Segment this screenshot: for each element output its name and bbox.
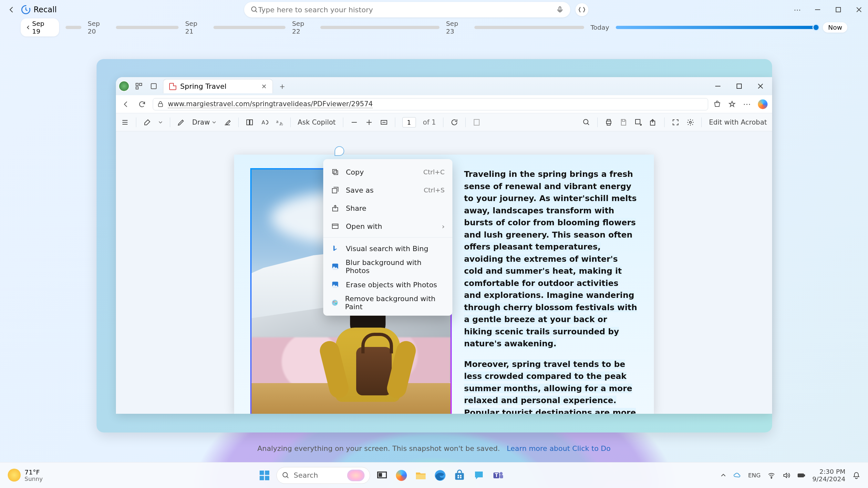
browser-minimize-icon[interactable] [714,82,722,90]
svg-text:a: a [276,120,278,124]
timeline-date-pill[interactable]: Sep 19 [21,19,59,36]
onedrive-icon[interactable] [733,471,741,479]
timeline-today-label: Today [591,24,609,31]
zoom-out-icon[interactable] [350,119,358,126]
notifications-icon[interactable] [852,471,860,479]
copilot-icon[interactable] [758,99,768,109]
address-bar[interactable]: www.margiestravel.com/springtravelideas/… [153,98,708,110]
shopping-icon[interactable] [713,100,721,108]
minimize-icon[interactable] [814,6,822,13]
store-icon[interactable] [452,468,467,483]
search-icon [251,6,258,13]
tab-actions-icon[interactable] [148,81,159,92]
start-button[interactable] [257,468,272,483]
svg-rect-20 [607,124,610,125]
history-search[interactable] [244,2,570,18]
explorer-icon[interactable] [413,468,428,483]
weather-widget[interactable]: 71°F Sunny [0,469,42,482]
clock[interactable]: 2:30 PM 9/24/2024 [812,468,845,483]
chevron-down-icon[interactable] [158,120,163,125]
browser-maximize-icon[interactable] [735,82,743,90]
menu-open-with[interactable]: Open with › [323,217,453,235]
fit-width-icon[interactable] [380,119,388,126]
copy-icon [331,168,339,176]
page-number-input[interactable] [402,117,416,128]
add-text-icon[interactable] [634,119,642,126]
share-pdf-icon[interactable] [649,119,657,126]
menu-visual-search-bing[interactable]: Visual search with Bing [323,239,453,258]
timeline-bar[interactable] [116,26,179,29]
learn-more-link[interactable]: Learn more about Click to Do [507,445,611,453]
draw-button[interactable]: Draw [192,119,216,126]
translate-icon[interactable]: aあ [275,119,283,126]
pdf-toolbar: Draw A aあ Ask Copilot of 1 Edit with Acr… [116,113,772,131]
menu-save-as[interactable]: Save as Ctrl+S [323,181,453,199]
pen-icon[interactable] [177,119,185,126]
browser-close-icon[interactable] [756,82,764,90]
two-page-icon[interactable] [246,119,253,126]
page-total: of 1 [423,119,436,126]
timeline-now-pill[interactable]: Now [823,22,847,33]
browser-tab[interactable]: Spring Travel ✕ [163,79,273,93]
back-button[interactable] [5,3,18,16]
mic-icon[interactable] [556,6,564,13]
tray-chevron-icon[interactable] [720,473,726,478]
read-aloud-icon[interactable]: A [260,119,268,126]
timeline-bar[interactable] [213,26,285,29]
timeline-toggle[interactable] [576,3,588,16]
teams-icon[interactable]: T [491,468,506,483]
search-highlight-icon [347,469,365,481]
nav-refresh-icon[interactable] [136,99,148,110]
highlight-icon[interactable] [144,119,151,126]
taskbar-search[interactable]: Search [276,467,370,484]
menu-blur-background[interactable]: Blur background with Photos [323,258,453,275]
new-tab-button[interactable]: ＋ [277,81,288,92]
ask-copilot-button[interactable]: Ask Copilot [298,119,336,126]
browser-more-icon[interactable]: ⋯ [743,100,751,109]
wifi-icon[interactable] [768,471,775,479]
edge-icon[interactable] [433,468,447,483]
favorite-icon[interactable] [728,100,736,108]
edit-with-acrobat[interactable]: Edit with Acrobat [709,119,767,126]
nav-back-icon[interactable] [120,99,131,110]
save-icon[interactable] [620,119,627,126]
history-search-input[interactable] [258,6,556,14]
more-icon[interactable]: ⋯ [794,6,801,14]
menu-erase-objects[interactable]: Erase objects with Photos [323,275,453,294]
settings-icon[interactable] [686,119,694,126]
save-as-icon [331,186,339,194]
timeline-bar[interactable] [474,26,584,29]
close-icon[interactable] [855,6,863,13]
timeline[interactable]: Sep 19 Sep 20 Sep 21 Sep 22 Sep 23 Today… [0,20,868,35]
timeline-today-bar[interactable] [616,26,817,29]
svg-text:T: T [495,472,499,478]
workspaces-icon[interactable] [133,81,144,92]
tab-close-icon[interactable]: ✕ [261,83,267,90]
timeline-bar[interactable] [66,26,82,29]
zoom-in-icon[interactable] [365,119,373,126]
volume-icon[interactable] [782,471,790,479]
copilot-app-icon[interactable] [394,468,409,483]
battery-icon[interactable] [797,471,805,479]
svg-rect-22 [636,120,640,124]
profile-avatar[interactable] [119,81,129,92]
timeline-playhead[interactable] [812,24,819,31]
svg-rect-3 [836,7,841,12]
copilot-chat-icon[interactable] [471,468,486,483]
timeline-bar[interactable] [320,26,439,29]
document-text[interactable]: Traveling in the spring brings a fresh s… [464,168,638,400]
maximize-icon[interactable] [834,6,842,13]
find-icon[interactable] [583,119,590,126]
fullscreen-icon[interactable] [672,119,679,126]
contents-icon[interactable] [121,119,129,126]
rotate-icon[interactable] [451,119,458,126]
erase-icon[interactable] [223,119,231,126]
paragraph-2: Moreover, spring travel tends to be less… [464,360,637,414]
language-indicator[interactable]: ENG [748,472,761,479]
menu-share[interactable]: Share [323,199,453,217]
taskview-icon[interactable] [375,468,390,483]
menu-remove-background[interactable]: Remove background with Paint [323,294,453,312]
print-icon[interactable] [605,119,613,126]
menu-copy[interactable]: Copy Ctrl+C [323,163,453,181]
weather-condition: Sunny [25,476,42,482]
